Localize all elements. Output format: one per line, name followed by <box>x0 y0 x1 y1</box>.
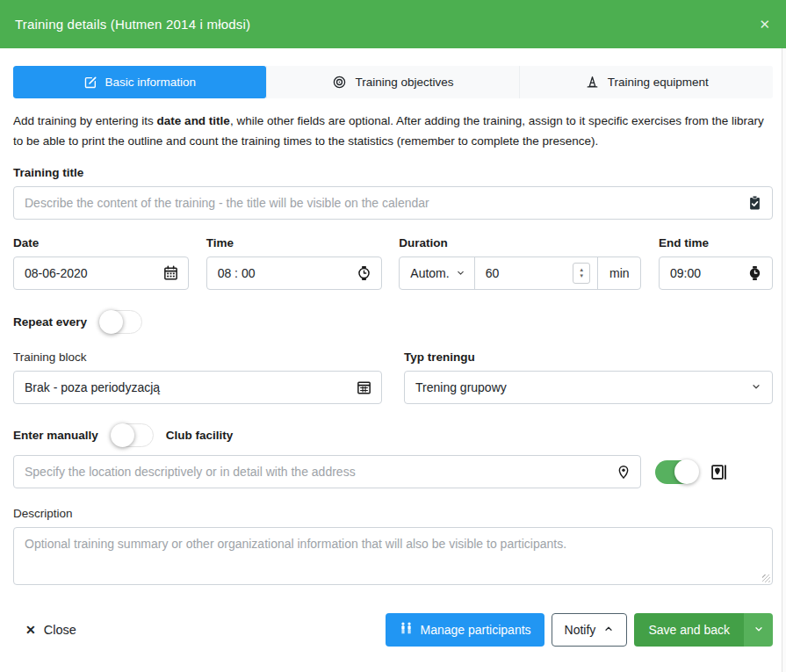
save-options-caret-button[interactable] <box>744 613 773 647</box>
chevron-down-icon <box>754 624 764 637</box>
stepper-up-icon[interactable]: ▲ <box>579 267 584 273</box>
close-label: Close <box>44 623 76 637</box>
save-split-button: Save and back <box>634 613 773 647</box>
training-type-value: Trening grupowy <box>415 380 507 394</box>
modal-header: Training details (Hutmen 2014 i młodsi) … <box>0 0 786 48</box>
save-and-back-label: Save and back <box>648 623 730 637</box>
tab-label: Training equipment <box>608 76 709 89</box>
intro-text: Add training by entering its date and ti… <box>13 112 773 151</box>
modal-body: Basic information Training objectives Tr… <box>0 66 786 647</box>
watch-icon[interactable] <box>356 265 372 282</box>
tab-label: Basic information <box>105 76 197 89</box>
resize-grip[interactable] <box>762 574 770 582</box>
modal-title: Training details (Hutmen 2014 i młodsi) <box>15 17 250 32</box>
stepper-down-icon[interactable]: ▼ <box>579 273 584 279</box>
repeat-toggle[interactable] <box>99 310 142 334</box>
manage-participants-button[interactable]: Manage participants <box>386 613 544 647</box>
training-title-label: Training title <box>13 166 773 179</box>
toggle-knob <box>111 423 134 447</box>
chevron-up-icon <box>603 623 614 637</box>
toggle-knob <box>99 310 123 334</box>
duration-mode-value: Autom. <box>410 266 449 280</box>
end-time-label: End time <box>659 236 773 249</box>
training-details-modal: Training details (Hutmen 2014 i młodsi) … <box>0 0 786 672</box>
time-label: Time <box>206 236 382 249</box>
scrollbar-track[interactable] <box>782 48 786 672</box>
target-icon <box>332 75 347 90</box>
enter-manually-toggle[interactable] <box>111 423 154 447</box>
training-type-label: Typ treningu <box>404 350 773 364</box>
duration-unit-label: min <box>598 257 640 289</box>
club-facility-label: Club facility <box>166 429 234 442</box>
duration-label: Duration <box>399 236 641 249</box>
tab-bar: Basic information Training objectives Tr… <box>13 66 773 98</box>
club-facility-toggle[interactable] <box>655 460 698 484</box>
close-icon[interactable]: ✕ <box>759 18 770 31</box>
cone-icon <box>585 75 600 90</box>
repeat-every-label: Repeat every <box>13 315 87 329</box>
close-x-icon: ✕ <box>25 623 36 637</box>
tab-training-objectives[interactable]: Training objectives <box>266 66 520 98</box>
description-textarea[interactable] <box>13 527 773 585</box>
tab-training-equipment[interactable]: Training equipment <box>519 66 773 98</box>
close-button[interactable]: ✕ Close <box>25 623 76 637</box>
edit-square-icon <box>83 76 97 90</box>
location-input[interactable] <box>13 455 641 488</box>
duration-mode-select[interactable]: Autom. <box>400 257 474 289</box>
calendar-icon[interactable] <box>162 265 179 282</box>
enter-manually-label: Enter manually <box>13 429 98 442</box>
tab-label: Training objectives <box>355 76 453 89</box>
calendar-grid-icon[interactable] <box>356 379 372 396</box>
save-and-back-button[interactable]: Save and back <box>634 613 744 647</box>
notify-label: Notify <box>565 623 596 637</box>
duration-value-input[interactable]: 60 ▲ ▼ <box>475 257 599 289</box>
training-type-select[interactable]: Trening grupowy <box>404 371 773 404</box>
training-block-label: Training block <box>13 350 382 364</box>
map-pin-icon[interactable] <box>616 464 631 480</box>
duration-group: Autom. 60 ▲ ▼ min <box>399 257 641 290</box>
intro-bold: date and title <box>157 114 230 127</box>
manage-participants-label: Manage participants <box>421 623 531 637</box>
duration-value: 60 <box>486 266 500 280</box>
notify-button[interactable]: Notify <box>552 613 628 647</box>
toggle-knob <box>674 459 699 484</box>
training-title-input[interactable] <box>13 186 773 220</box>
chevron-down-icon <box>751 380 761 394</box>
clipboard-check-icon[interactable] <box>746 195 763 212</box>
date-label: Date <box>13 236 189 249</box>
training-block-input[interactable] <box>13 371 382 404</box>
club-facility-map-icon[interactable] <box>710 463 728 481</box>
description-label: Description <box>13 507 773 520</box>
people-icon <box>399 621 414 639</box>
watch-filled-icon[interactable] <box>746 265 763 282</box>
number-stepper[interactable]: ▲ ▼ <box>573 263 590 284</box>
chevron-down-icon <box>456 266 465 280</box>
tab-basic-information[interactable]: Basic information <box>13 66 266 98</box>
